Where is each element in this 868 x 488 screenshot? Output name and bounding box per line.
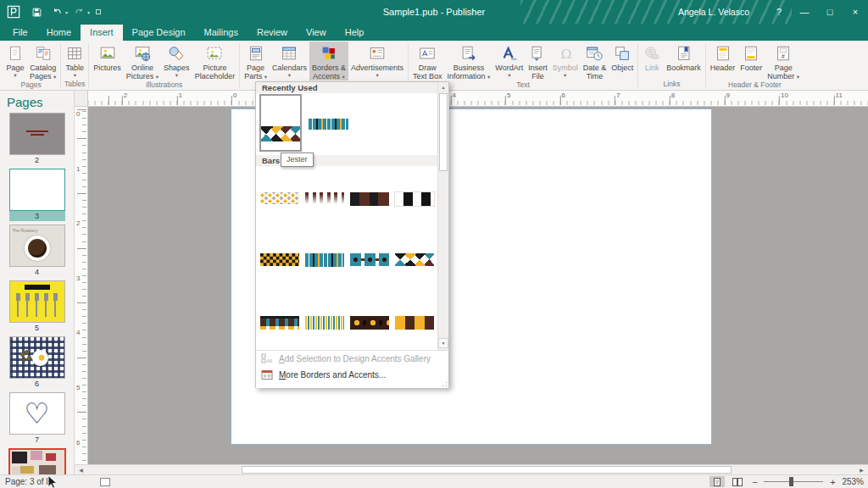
symbol-button[interactable]: ΩSymbol▾ bbox=[550, 42, 581, 80]
undo-button[interactable] bbox=[47, 3, 66, 21]
zoom-out-button[interactable]: − bbox=[750, 477, 759, 487]
date-time-button[interactable]: Date &Time bbox=[581, 42, 609, 80]
gallery-item-fade-bars[interactable] bbox=[305, 192, 344, 205]
gallery-item-circles[interactable] bbox=[350, 316, 389, 330]
ruler-number: 1 bbox=[76, 165, 80, 173]
stripes-pattern bbox=[309, 119, 348, 130]
gallery-scroll-up-icon[interactable]: ▲ bbox=[438, 82, 448, 92]
zoom-level[interactable]: 253% bbox=[842, 477, 864, 486]
gallery-item-posts[interactable] bbox=[260, 316, 299, 330]
gallery-item-stripes[interactable] bbox=[309, 119, 348, 130]
page-thumbnail-2[interactable]: 2 bbox=[0, 113, 74, 165]
more-borders-menu-item[interactable]: More Borders and Accents... bbox=[256, 367, 448, 383]
page-parts-button[interactable]: PageParts ▾ bbox=[242, 42, 270, 80]
pictures-button[interactable]: Pictures bbox=[91, 42, 124, 80]
gallery-item-checker[interactable] bbox=[260, 253, 299, 266]
gallery-item-stripes-teal[interactable] bbox=[305, 253, 344, 267]
scrollbar-thumb[interactable] bbox=[242, 466, 732, 474]
symbol-icon: Ω bbox=[556, 43, 575, 64]
maximize-button[interactable]: □ bbox=[817, 0, 843, 24]
dropdown-caret-icon: ▾ bbox=[342, 74, 345, 80]
borders-accents-button[interactable]: Borders &Accents ▾ bbox=[309, 42, 348, 80]
page-thumbnail-4[interactable]: The Roastery4 bbox=[0, 225, 74, 277]
shapes-button[interactable]: Shapes▾ bbox=[161, 42, 192, 80]
header-button[interactable]: Header bbox=[708, 42, 738, 80]
tab-page-design[interactable]: Page Design bbox=[123, 25, 195, 41]
page-indicator[interactable]: Page: 3 of 8 bbox=[0, 477, 51, 486]
page-number-label: 6 bbox=[9, 379, 65, 389]
minimize-button[interactable]: — bbox=[792, 0, 817, 24]
tab-home[interactable]: Home bbox=[37, 25, 81, 41]
close-button[interactable]: × bbox=[843, 0, 868, 24]
object-button[interactable]: Object bbox=[609, 42, 636, 80]
draw-text-box-button[interactable]: DrawText Box bbox=[410, 42, 445, 80]
workspace[interactable] bbox=[88, 107, 868, 464]
advertisements-button[interactable]: Advertisements▾ bbox=[348, 42, 406, 80]
resize-grip[interactable] bbox=[442, 381, 448, 387]
gallery-item-blocks-yellow[interactable] bbox=[395, 316, 434, 330]
gallery-scroll-down-icon[interactable]: ▼ bbox=[438, 338, 448, 348]
page-button[interactable]: Page▾ bbox=[3, 42, 27, 80]
gallery-item-hourglass[interactable] bbox=[395, 253, 434, 266]
picture-placeholder-button[interactable]: PicturePlaceholder bbox=[192, 42, 238, 80]
zoom-slider[interactable] bbox=[764, 476, 823, 487]
calendars-button[interactable]: Calendars▾ bbox=[270, 42, 309, 80]
online-pictures-button[interactable]: OnlinePictures ▾ bbox=[124, 42, 161, 80]
horizontal-ruler[interactable]: 2101234567891011 bbox=[88, 91, 868, 107]
save-button[interactable] bbox=[27, 3, 46, 21]
ruler-number: 0 bbox=[76, 110, 80, 118]
tab-review[interactable]: Review bbox=[248, 25, 297, 41]
ruler-number: 8 bbox=[671, 92, 675, 99]
dropdown-caret-icon[interactable]: ▾ bbox=[65, 9, 68, 15]
zoom-slider-thumb[interactable] bbox=[789, 477, 793, 486]
link-button[interactable]: Link bbox=[640, 42, 664, 80]
tab-insert[interactable]: Insert bbox=[81, 25, 123, 41]
object-icon bbox=[613, 43, 632, 64]
svg-text:Ω: Ω bbox=[560, 47, 571, 62]
tab-file[interactable]: File bbox=[3, 25, 37, 41]
horizontal-scrollbar[interactable]: ◀ ▶ bbox=[75, 464, 868, 474]
gallery-item-blocks-bw[interactable] bbox=[395, 192, 434, 206]
table-button[interactable]: Table▾ bbox=[63, 42, 86, 80]
blocks-yellow-pattern bbox=[395, 316, 434, 330]
page-thumbnail-3[interactable]: 3 bbox=[0, 169, 74, 221]
wordart-button[interactable]: WordArt▾ bbox=[492, 42, 526, 80]
gallery-scrollbar[interactable]: ▲ ▼ bbox=[437, 82, 448, 350]
redo-button[interactable] bbox=[70, 3, 88, 21]
tab-mailings[interactable]: Mailings bbox=[195, 25, 248, 41]
gallery-item-stripes-thin[interactable] bbox=[305, 316, 344, 330]
page-number-button[interactable]: #PageNumber ▾ bbox=[765, 42, 802, 80]
dropdown-caret-icon: ▾ bbox=[487, 74, 490, 80]
vertical-ruler[interactable]: 0123456 bbox=[75, 107, 88, 464]
tab-view[interactable]: View bbox=[297, 25, 336, 41]
page-size-icon[interactable] bbox=[100, 478, 110, 486]
footer-button[interactable]: Footer bbox=[737, 42, 765, 80]
bookmark-button[interactable]: Bookmark bbox=[664, 42, 704, 80]
posts-pattern bbox=[260, 316, 299, 330]
single-page-view-button[interactable] bbox=[709, 476, 725, 487]
hourglass-pattern bbox=[395, 253, 434, 266]
account-name[interactable]: Angela L. Velasco bbox=[678, 7, 749, 17]
gallery-scrollbar-thumb[interactable] bbox=[439, 93, 448, 171]
header-icon bbox=[714, 43, 732, 64]
two-page-view-button[interactable] bbox=[730, 476, 745, 487]
insert-file-button[interactable]: InsertFile bbox=[526, 42, 550, 80]
dropdown-caret-icon[interactable]: ▾ bbox=[87, 9, 90, 15]
page-thumbnail-7[interactable]: 7 bbox=[0, 392, 74, 445]
tab-help[interactable]: Help bbox=[336, 25, 374, 41]
page-thumbnail-8[interactable]: 8 bbox=[0, 448, 74, 474]
catalog-pages-button[interactable]: CatalogPages ▾ bbox=[27, 42, 58, 80]
gallery-item-squares[interactable] bbox=[350, 253, 389, 266]
gallery-item-dots[interactable] bbox=[260, 192, 299, 204]
zoom-in-button[interactable]: + bbox=[828, 477, 837, 487]
group-label: Tables bbox=[61, 80, 88, 90]
page-thumbnail-5[interactable]: 5 bbox=[0, 280, 74, 333]
qat-customize-icon[interactable] bbox=[96, 9, 101, 14]
gallery-item-blocks-brown[interactable] bbox=[350, 192, 389, 206]
scroll-right-icon[interactable]: ▶ bbox=[855, 465, 868, 474]
gallery-item-jester[interactable] bbox=[259, 94, 302, 152]
page-thumbnail-6[interactable]: 6 bbox=[0, 336, 74, 389]
business-information-button[interactable]: BusinessInformation ▾ bbox=[445, 42, 493, 80]
scroll-left-icon[interactable]: ◀ bbox=[75, 465, 87, 474]
help-button[interactable]: ? bbox=[766, 0, 792, 24]
